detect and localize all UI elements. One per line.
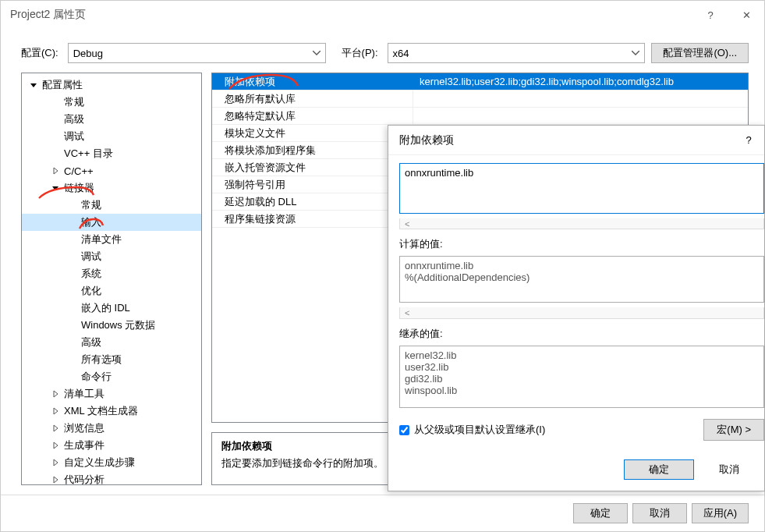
expand-closed-icon[interactable] bbox=[50, 165, 61, 176]
tree-item[interactable]: 清单文件 bbox=[22, 231, 201, 248]
tree-item-label: Windows 元数据 bbox=[81, 318, 155, 332]
close-button[interactable]: ✕ bbox=[728, 1, 764, 29]
tree-item-label: 调试 bbox=[81, 250, 101, 264]
expand-closed-icon[interactable] bbox=[50, 440, 61, 451]
property-name: 忽略所有默认库 bbox=[212, 90, 413, 107]
inherit-checkbox[interactable] bbox=[399, 425, 409, 435]
tree-item[interactable]: 代码分析 bbox=[22, 471, 201, 485]
tree-item-label: 嵌入的 IDL bbox=[81, 301, 130, 315]
property-row[interactable]: 附加依赖项kernel32.lib;user32.lib;gdi32.lib;w… bbox=[212, 73, 748, 90]
tree-item-label: 系统 bbox=[81, 267, 101, 281]
tree-item[interactable]: 浏览信息 bbox=[22, 420, 201, 437]
property-value[interactable] bbox=[413, 108, 748, 124]
tree-item[interactable]: 高级 bbox=[22, 334, 201, 351]
property-value[interactable]: kernel32.lib;user32.lib;gdi32.lib;winspo… bbox=[413, 73, 748, 90]
tree-item[interactable]: 清单工具 bbox=[22, 385, 201, 403]
tree-item[interactable]: 调试 bbox=[22, 128, 201, 145]
expand-closed-icon[interactable] bbox=[50, 423, 61, 434]
config-label: 配置(C): bbox=[21, 46, 58, 60]
tree-item-label: 配置属性 bbox=[42, 78, 83, 92]
tree-item[interactable]: C/C++ bbox=[22, 162, 201, 179]
ok-button[interactable]: 确定 bbox=[573, 503, 628, 523]
tree-item[interactable]: 常规 bbox=[22, 94, 201, 111]
cancel-button[interactable]: 取消 bbox=[632, 503, 687, 523]
titlebar: Project2 属性页 ? ✕ bbox=[1, 1, 764, 29]
platform-label: 平台(P): bbox=[342, 46, 378, 60]
expand-closed-icon[interactable] bbox=[50, 388, 61, 399]
tree-item-label: 清单文件 bbox=[81, 232, 122, 246]
tree-panel[interactable]: 配置属性常规高级调试VC++ 目录C/C++链接器常规输入清单文件调试系统优化嵌… bbox=[21, 73, 202, 485]
tree-item[interactable]: 高级 bbox=[22, 111, 201, 128]
chevron-down-icon bbox=[632, 51, 639, 55]
tree-item-label: 常规 bbox=[81, 198, 101, 212]
tree-item[interactable]: 优化 bbox=[22, 282, 201, 300]
dialog-help-button[interactable]: ? bbox=[733, 134, 764, 146]
tree-item[interactable]: 所有选项 bbox=[22, 351, 201, 368]
property-name: 附加依赖项 bbox=[212, 73, 413, 90]
tree-item[interactable]: 系统 bbox=[22, 265, 201, 282]
computed-label: 计算的值: bbox=[399, 237, 764, 251]
tree-item[interactable]: 配置属性 bbox=[22, 76, 201, 94]
config-value: Debug bbox=[73, 48, 103, 59]
dialog-ok-button[interactable]: 确定 bbox=[624, 459, 694, 480]
tree-item-label: 输入 bbox=[81, 215, 101, 229]
expand-closed-icon[interactable] bbox=[50, 457, 61, 468]
tree-item-label: 所有选项 bbox=[81, 353, 122, 367]
config-manager-button[interactable]: 配置管理器(O)... bbox=[651, 43, 749, 63]
property-value[interactable] bbox=[413, 90, 748, 107]
config-toolbar: 配置(C): Debug 平台(P): x64 配置管理器(O)... bbox=[1, 29, 764, 73]
expand-open-icon[interactable] bbox=[50, 183, 61, 193]
tree-item[interactable]: VC++ 目录 bbox=[22, 145, 201, 162]
apply-button[interactable]: 应用(A) bbox=[692, 503, 749, 523]
tree-item-label: 高级 bbox=[81, 335, 101, 349]
expand-closed-icon[interactable] bbox=[50, 406, 61, 417]
tree-item[interactable]: 自定义生成步骤 bbox=[22, 454, 201, 471]
inherit-checkbox-label[interactable]: 从父级或项目默认设置继承(I) bbox=[399, 423, 699, 437]
dialog-cancel-button[interactable]: 取消 bbox=[702, 459, 756, 480]
scroll-hint: < bbox=[399, 218, 764, 230]
tree-item-label: 调试 bbox=[64, 129, 84, 144]
scroll-hint: < bbox=[399, 307, 764, 319]
chevron-down-icon bbox=[313, 51, 321, 55]
tree-item[interactable]: 生成事件 bbox=[22, 437, 201, 454]
property-name: 嵌入托管资源文件 bbox=[212, 159, 413, 176]
property-name: 强制符号引用 bbox=[212, 176, 413, 193]
tree-item-label: 生成事件 bbox=[64, 438, 104, 452]
computed-value: onnxruntime.lib %(AdditionalDependencies… bbox=[399, 256, 764, 303]
dialog-footer: 确定 取消 bbox=[388, 449, 764, 491]
property-name: 模块定义文件 bbox=[212, 125, 413, 141]
expand-open-icon[interactable] bbox=[28, 80, 39, 90]
tree-item[interactable]: 嵌入的 IDL bbox=[22, 300, 201, 317]
tree-item-label: XML 文档生成器 bbox=[64, 404, 138, 418]
inherit-row: 从父级或项目默认设置继承(I) 宏(M) > bbox=[399, 413, 764, 441]
macro-button[interactable]: 宏(M) > bbox=[703, 419, 764, 441]
window-title: Project2 属性页 bbox=[10, 8, 692, 22]
tree-item[interactable]: 输入 bbox=[22, 214, 201, 231]
platform-value: x64 bbox=[393, 48, 409, 59]
tree-item-label: 清单工具 bbox=[64, 387, 104, 401]
inherited-label: 继承的值: bbox=[399, 327, 764, 341]
property-row[interactable]: 忽略特定默认库 bbox=[212, 108, 748, 125]
expand-closed-icon[interactable] bbox=[50, 474, 61, 485]
tree-item[interactable]: 调试 bbox=[22, 248, 201, 265]
platform-combo[interactable]: x64 bbox=[388, 43, 646, 63]
dialog-title: 附加依赖项 bbox=[399, 133, 733, 147]
config-combo[interactable]: Debug bbox=[68, 43, 326, 63]
help-button[interactable]: ? bbox=[692, 1, 728, 29]
inherit-text: 从父级或项目默认设置继承(I) bbox=[414, 423, 545, 437]
tree-item[interactable]: 命令行 bbox=[22, 368, 201, 385]
tree-item[interactable]: XML 文档生成器 bbox=[22, 403, 201, 420]
tree-item-label: VC++ 目录 bbox=[64, 147, 113, 161]
tree-item[interactable]: Windows 元数据 bbox=[22, 317, 201, 334]
tree-item-label: 浏览信息 bbox=[64, 421, 104, 435]
tree-item-label: 命令行 bbox=[81, 370, 112, 384]
inherited-value: kernel32.lib user32.lib gdi32.lib winspo… bbox=[399, 346, 764, 408]
tree-item[interactable]: 链接器 bbox=[22, 179, 201, 197]
property-row[interactable]: 忽略所有默认库 bbox=[212, 90, 748, 108]
property-name: 忽略特定默认库 bbox=[212, 108, 413, 124]
property-name: 延迟加载的 DLL bbox=[212, 193, 413, 210]
tree-item[interactable]: 常规 bbox=[22, 197, 201, 214]
tree-item-label: 自定义生成步骤 bbox=[64, 456, 135, 470]
additional-deps-dialog: 附加依赖项 ? < 计算的值: onnxruntime.lib %(Additi… bbox=[388, 125, 765, 491]
deps-textarea[interactable] bbox=[399, 163, 764, 214]
